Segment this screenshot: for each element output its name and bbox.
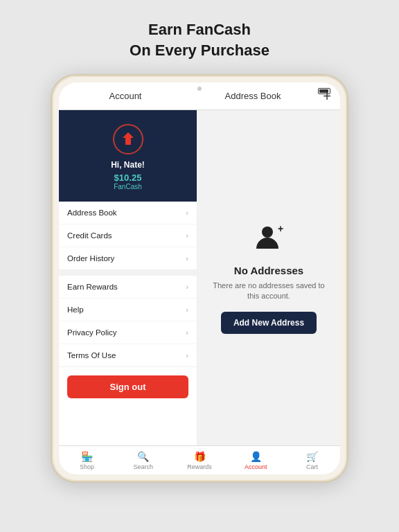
account-icon: 👤 [250, 451, 262, 462]
sidebar-item-label: Address Book [67, 209, 117, 217]
promo-header: Earn FanCash On Every Purchase [116, 0, 283, 74]
sidebar-item-help[interactable]: Help › [59, 299, 197, 321]
chevron-icon: › [186, 209, 188, 217]
chevron-icon: › [186, 254, 188, 263]
sidebar-item-label: Terms Of Use [67, 351, 116, 360]
tab-rewards[interactable]: 🎁 Rewards [171, 451, 227, 470]
camera-dot [197, 87, 202, 91]
tab-search[interactable]: 🔍 Search [115, 451, 171, 470]
tab-cart-label: Cart [306, 463, 318, 470]
add-new-address-button[interactable]: Add New Address [221, 312, 317, 334]
chevron-icon: › [186, 231, 188, 240]
chevron-icon: › [186, 328, 188, 337]
sidebar-item-label: Earn Rewards [67, 283, 118, 291]
sidebar-item-privacy-policy[interactable]: Privacy Policy › [59, 321, 197, 344]
no-addresses-title: No Addresses [234, 265, 303, 276]
cart-icon: 🛒 [306, 451, 318, 462]
no-addresses-subtitle: There are no addresses saved to this acc… [211, 281, 326, 302]
device-wrapper: Account Address Book + Hi, Nate! $1 [51, 74, 348, 483]
tab-search-label: Search [134, 463, 154, 470]
tab-cart[interactable]: 🛒 Cart [284, 451, 340, 470]
sidebar-item-label: Credit Cards [67, 231, 112, 240]
signout-button[interactable]: Sign out [67, 375, 188, 398]
sidebar-item-address-book[interactable]: Address Book › [59, 202, 197, 224]
sidebar-item-label: Privacy Policy [67, 328, 117, 337]
user-header: Hi, Nate! $10.25 FanCash [59, 110, 197, 202]
device-inner: Account Address Book + Hi, Nate! $1 [59, 82, 340, 475]
bottom-tabs: 🏪 Shop 🔍 Search 🎁 Rewards 👤 Account 🛒 [59, 445, 340, 475]
sidebar-spacer [59, 270, 197, 276]
main-content: Hi, Nate! $10.25 FanCash Address Book › … [59, 110, 340, 445]
right-pane: + No Addresses There are no addresses sa… [197, 110, 340, 445]
user-logo [113, 124, 143, 154]
sidebar-item-credit-cards[interactable]: Credit Cards › [59, 224, 197, 247]
svg-point-0 [262, 227, 273, 238]
tab-rewards-label: Rewards [187, 463, 212, 470]
sidebar-group2: Earn Rewards › Help › Privacy Policy › [59, 276, 197, 367]
user-greeting: Hi, Nate! [111, 160, 145, 170]
battery-indicator [318, 88, 330, 94]
sidebar-item-order-history[interactable]: Order History › [59, 247, 197, 269]
user-balance-label: FanCash [114, 183, 142, 190]
tab-shop-label: Shop [80, 463, 94, 470]
sidebar-item-terms-of-use[interactable]: Terms Of Use › [59, 344, 197, 366]
tab-account-bottom[interactable]: 👤 Account [228, 451, 284, 470]
sidebar-group1: Address Book › Credit Cards › Order Hist… [59, 202, 197, 270]
svg-text:+: + [278, 223, 283, 234]
user-balance: $10.25 [114, 172, 142, 183]
no-addresses-icon: + [254, 222, 284, 259]
rewards-icon: 🎁 [194, 451, 206, 462]
tab-account-label: Account [245, 463, 267, 470]
chevron-icon: › [186, 351, 188, 360]
chevron-icon: › [186, 283, 188, 291]
sidebar-item-label: Help [67, 305, 84, 314]
tab-account[interactable]: Account [62, 84, 189, 108]
search-icon: 🔍 [137, 451, 149, 462]
tab-shop[interactable]: 🏪 Shop [59, 451, 115, 470]
app-screen: Account Address Book + Hi, Nate! $1 [59, 82, 340, 475]
shop-icon: 🏪 [81, 451, 93, 462]
sidebar-item-label: Order History [67, 254, 114, 263]
tab-address-book[interactable]: Address Book [189, 84, 317, 108]
chevron-icon: › [186, 305, 188, 314]
sidebar: Hi, Nate! $10.25 FanCash Address Book › … [59, 110, 197, 445]
sidebar-item-earn-rewards[interactable]: Earn Rewards › [59, 276, 197, 299]
